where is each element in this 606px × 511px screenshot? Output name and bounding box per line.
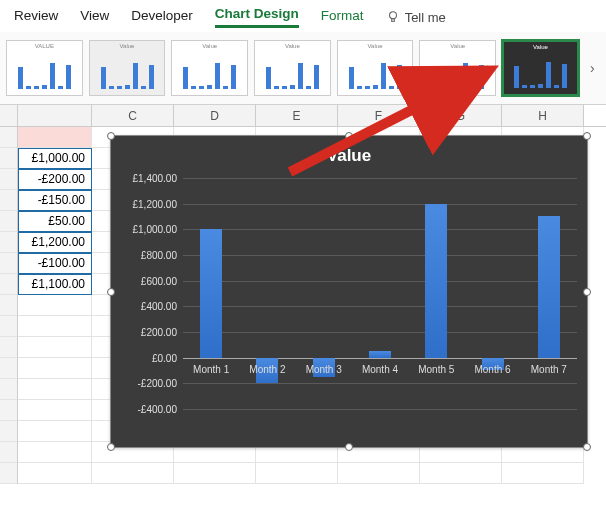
tab-view[interactable]: View <box>80 8 109 27</box>
tab-format[interactable]: Format <box>321 8 364 27</box>
chart-style-gallery: VALUE Value Value Value Value Value Valu… <box>0 32 606 105</box>
resize-handle[interactable] <box>345 132 353 140</box>
col-header-f[interactable]: F <box>338 105 420 126</box>
cell-b2[interactable]: £1,000.00 <box>18 148 92 169</box>
y-axis-label: £1,200.00 <box>133 198 178 209</box>
cell-b5[interactable]: £50.00 <box>18 211 92 232</box>
x-axis-label: Month 3 <box>306 364 342 375</box>
column-headers: C D E F G H <box>0 105 606 127</box>
chart-bar[interactable] <box>425 204 447 358</box>
chart-bar[interactable] <box>369 351 391 357</box>
tell-me[interactable]: Tell me <box>386 10 446 25</box>
resize-handle[interactable] <box>583 288 591 296</box>
resize-handle[interactable] <box>107 132 115 140</box>
x-axis-label: Month 6 <box>474 364 510 375</box>
cell-b6[interactable]: £1,200.00 <box>18 232 92 253</box>
y-axis-label: £800.00 <box>141 249 177 260</box>
tell-me-label: Tell me <box>405 10 446 25</box>
cell-b7[interactable]: -£100.00 <box>18 253 92 274</box>
tab-developer[interactable]: Developer <box>131 8 193 27</box>
svg-point-0 <box>389 12 396 19</box>
cell[interactable] <box>18 127 92 148</box>
col-header-b[interactable] <box>18 105 92 126</box>
x-axis-label: Month 4 <box>362 364 398 375</box>
y-axis-label: £600.00 <box>141 275 177 286</box>
chart-style-2[interactable]: Value <box>89 40 166 96</box>
y-axis-label: £0.00 <box>152 352 177 363</box>
resize-handle[interactable] <box>345 443 353 451</box>
chart-style-5[interactable]: Value <box>337 40 414 96</box>
x-axis-label: Month 5 <box>418 364 454 375</box>
chart-style-1[interactable]: VALUE <box>6 40 83 96</box>
x-axis-label: Month 7 <box>531 364 567 375</box>
chart-bar[interactable] <box>538 216 560 357</box>
y-axis-label: £1,400.00 <box>133 173 178 184</box>
gallery-more-button[interactable]: › <box>585 60 600 76</box>
chart-style-6[interactable]: Value <box>419 40 496 96</box>
col-header-c[interactable]: C <box>92 105 174 126</box>
resize-handle[interactable] <box>107 443 115 451</box>
col-header-d[interactable]: D <box>174 105 256 126</box>
chart-title[interactable]: Value <box>111 136 587 170</box>
resize-handle[interactable] <box>107 288 115 296</box>
col-header-h[interactable]: H <box>502 105 584 126</box>
resize-handle[interactable] <box>583 132 591 140</box>
y-axis-label: £200.00 <box>141 326 177 337</box>
x-axis-label: Month 2 <box>249 364 285 375</box>
chart-plot-area[interactable]: -£400.00-£200.00£0.00£200.00£400.00£600.… <box>183 178 577 409</box>
chart-style-7-selected[interactable]: Value <box>502 40 579 96</box>
chart-style-3[interactable]: Value <box>171 40 248 96</box>
svg-rect-1 <box>391 19 394 22</box>
chart-bar[interactable] <box>200 229 222 357</box>
ribbon-tabs: Review View Developer Chart Design Forma… <box>0 0 606 32</box>
resize-handle[interactable] <box>583 443 591 451</box>
y-axis-label: -£400.00 <box>138 404 177 415</box>
cell-b8[interactable]: £1,100.00 <box>18 274 92 295</box>
cell-b3[interactable]: -£200.00 <box>18 169 92 190</box>
col-header-e[interactable]: E <box>256 105 338 126</box>
chart-style-4[interactable]: Value <box>254 40 331 96</box>
y-axis-label: -£200.00 <box>138 378 177 389</box>
tab-chart-design[interactable]: Chart Design <box>215 6 299 28</box>
cell-b4[interactable]: -£150.00 <box>18 190 92 211</box>
y-axis-label: £1,000.00 <box>133 224 178 235</box>
select-all-corner[interactable] <box>0 105 18 126</box>
tab-review[interactable]: Review <box>14 8 58 27</box>
bulb-icon <box>386 10 400 24</box>
col-header-g[interactable]: G <box>420 105 502 126</box>
embedded-chart[interactable]: Value -£400.00-£200.00£0.00£200.00£400.0… <box>110 135 588 448</box>
x-axis-label: Month 1 <box>193 364 229 375</box>
y-axis-label: £400.00 <box>141 301 177 312</box>
